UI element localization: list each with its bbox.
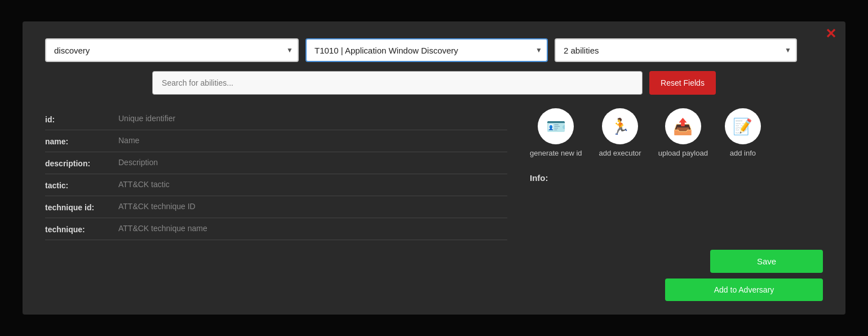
add-executor-button[interactable]: 🏃add executor (599, 108, 641, 157)
add-executor-label: add executor (599, 149, 641, 157)
form-field-label: id: (45, 114, 118, 124)
form-field-label: technique id: (45, 202, 118, 212)
technique-dropdown[interactable]: T1010 | Application Window Discovery (305, 38, 548, 62)
form-field-value: ATT&CK technique name (118, 224, 507, 233)
icon-row: 🪪generate new id🏃add executor📤upload pay… (530, 108, 761, 157)
form-field-label: name: (45, 136, 118, 146)
form-field-value: ATT&CK technique ID (118, 202, 507, 211)
top-row: discovery ▼ T1010 | Application Window D… (45, 38, 823, 62)
form-row: description:Description (45, 152, 507, 174)
form-row: technique:ATT&CK technique name (45, 218, 507, 240)
info-label: Info: (530, 173, 548, 183)
search-row: Reset Fields (45, 71, 823, 95)
upload-payload-label: upload payload (658, 149, 708, 157)
upload-payload-button[interactable]: 📤upload payload (658, 108, 708, 157)
form-field-value: Description (118, 158, 507, 167)
close-button[interactable]: ✕ (825, 27, 836, 41)
form-field-value: Unique identifier (118, 114, 507, 123)
add-executor-icon: 🏃 (602, 108, 638, 144)
form-row: tactic:ATT&CK tactic (45, 174, 507, 196)
generate-new-id-icon: 🪪 (538, 108, 574, 144)
form-field-value: ATT&CK tactic (118, 180, 507, 189)
save-button[interactable]: Save (710, 250, 823, 273)
technique-dropdown-wrap: T1010 | Application Window Discovery ▼ (305, 38, 548, 62)
reset-button[interactable]: Reset Fields (649, 71, 716, 95)
add-info-button[interactable]: 📝add info (725, 108, 761, 157)
abilities-dropdown-wrap: 2 abilities ▼ (555, 38, 797, 62)
modal: ✕ discovery ▼ T1010 | Application Window… (23, 21, 845, 315)
form-field-label: description: (45, 158, 118, 168)
search-input[interactable] (152, 71, 643, 95)
form-field-label: tactic: (45, 180, 118, 190)
tactic-dropdown-wrap: discovery ▼ (45, 38, 299, 62)
form-section: id:Unique identifiername:Namedescription… (45, 108, 507, 240)
tactic-dropdown[interactable]: discovery (45, 38, 299, 62)
add-info-label: add info (730, 149, 756, 157)
form-row: id:Unique identifier (45, 108, 507, 130)
add-info-icon: 📝 (725, 108, 761, 144)
generate-new-id-label: generate new id (530, 149, 582, 157)
info-section: Info: (530, 173, 548, 183)
form-field-label: technique: (45, 224, 118, 234)
abilities-dropdown[interactable]: 2 abilities (555, 38, 797, 62)
form-row: technique id:ATT&CK technique ID (45, 196, 507, 218)
add-adversary-button[interactable]: Add to Adversary (665, 278, 823, 301)
generate-new-id-button[interactable]: 🪪generate new id (530, 108, 582, 157)
content-area: id:Unique identifiername:Namedescription… (45, 108, 823, 240)
bottom-buttons: Save Add to Adversary (665, 250, 823, 301)
right-section: 🪪generate new id🏃add executor📤upload pay… (530, 108, 823, 240)
form-row: name:Name (45, 130, 507, 152)
upload-payload-icon: 📤 (665, 108, 701, 144)
form-field-value: Name (118, 136, 507, 145)
